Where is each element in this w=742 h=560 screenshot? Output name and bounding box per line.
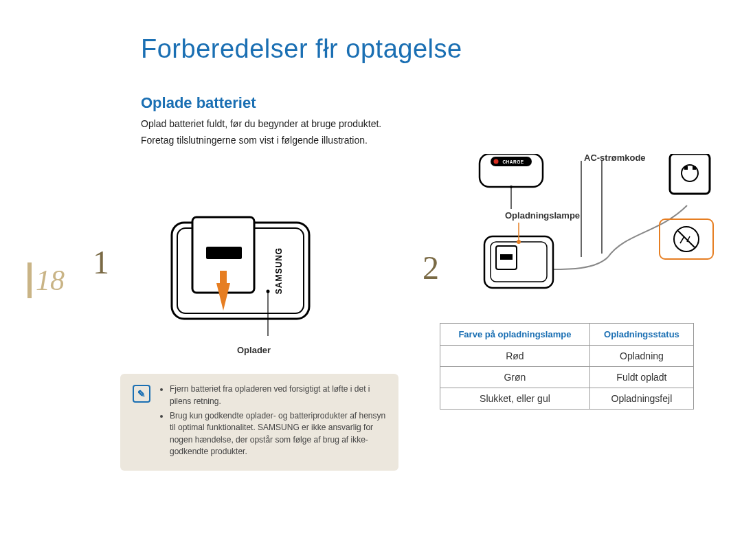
svg-rect-25: [500, 254, 513, 260]
table-header-status: Opladningsstatus: [589, 324, 693, 346]
brand-text: SAMSUNG: [274, 247, 284, 294]
svg-point-6: [267, 290, 270, 293]
svg-text:CHARGE: CHARGE: [502, 159, 524, 164]
intro-text-1: Oplad batteriet fuldt, før du begynder a…: [141, 117, 388, 131]
svg-rect-3: [206, 247, 242, 259]
svg-rect-7: [670, 154, 710, 194]
table-header-color: Farve på opladningslampe: [440, 324, 590, 346]
section-title: Oplade batteriet: [141, 94, 742, 112]
charging-lamp-label: Opladningslampe: [505, 210, 580, 221]
intro-text-2: Foretag tilslutningerne som vist i følge…: [141, 134, 388, 148]
charger-wall-diagram: CHARGE AC-strømkode Opladningslampe: [453, 154, 742, 312]
ac-power-label: AC-strømkode: [584, 153, 646, 163]
note-box: ✎ Fjern batteriet fra opladeren ved fors…: [120, 374, 398, 470]
svg-rect-10: [693, 166, 696, 170]
page-title: Forberedelser fłr optagelse: [141, 34, 742, 64]
table-row: Slukket, eller gul Opladningsfejl: [440, 388, 694, 410]
svg-point-16: [494, 159, 499, 164]
table-row: Grøn Fuldt opladt: [440, 367, 694, 388]
page-number: 18: [36, 264, 65, 297]
charger-label: Oplader: [237, 345, 271, 355]
step-number-1: 1: [93, 243, 109, 281]
charging-status-table: Farve på opladningslampe Opladningsstatu…: [440, 323, 694, 410]
page-number-bar: [27, 262, 32, 298]
table-row: Rød Opladning: [440, 346, 694, 367]
note-item: Fjern batteriet fra opladeren ved forsig…: [170, 383, 386, 407]
svg-rect-9: [684, 166, 688, 170]
svg-point-19: [510, 186, 513, 188]
note-icon: ✎: [133, 385, 150, 403]
charger-insert-diagram: SAMSUNG: [165, 209, 323, 339]
note-item: Brug kun godkendte oplader- og batteripr…: [170, 410, 386, 458]
page-number-block: 18: [27, 262, 65, 298]
step-number-2: 2: [423, 249, 439, 287]
svg-line-13: [678, 231, 695, 247]
